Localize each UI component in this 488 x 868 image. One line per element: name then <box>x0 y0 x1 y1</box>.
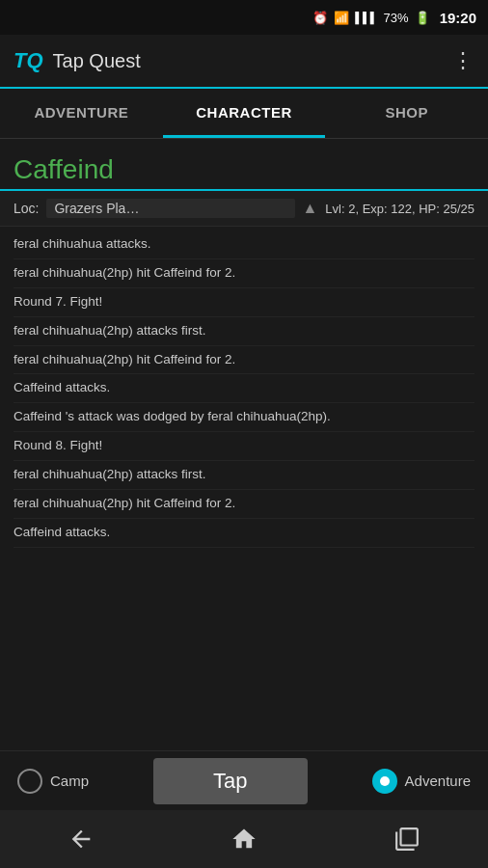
status-icons: ⏰ 📶 ▌▌▌ 73% 🔋 19:20 <box>312 10 476 26</box>
camp-label: Camp <box>50 773 89 789</box>
main-content: Caffeind Loc: Grazers Pla… ▲ Lvl: 2, Exp… <box>0 139 488 555</box>
overflow-menu-icon[interactable]: ⋮ <box>452 48 474 73</box>
log-line: Round 7. Fight! <box>14 288 474 317</box>
log-line: feral chihuahua(2hp) hit Caffeind for 2. <box>14 490 474 519</box>
wifi-icon: 📶 <box>334 11 349 25</box>
location-row: Loc: Grazers Pla… ▲ Lvl: 2, Exp: 122, HP… <box>0 191 488 227</box>
signal-icon: ▌▌▌ <box>355 12 377 23</box>
alarm-icon: ⏰ <box>312 11 328 25</box>
recents-button[interactable] <box>390 822 424 856</box>
status-time: 19:20 <box>440 10 476 26</box>
app-bar: TQ Tap Quest ⋮ <box>0 35 488 89</box>
camp-option[interactable]: Camp <box>17 769 89 794</box>
log-line: feral chihuahua(2hp) attacks first. <box>14 317 474 346</box>
combat-log: feral chihuahua attacks.feral chihuahua(… <box>0 227 488 555</box>
log-line: Caffeind 's attack was dodged by feral c… <box>14 403 474 432</box>
tap-button[interactable]: Tap <box>153 758 308 804</box>
log-line: feral chihuahua(2hp) attacks first. <box>14 461 474 490</box>
log-line: feral chihuahua(2hp) hit Caffeind for 2. <box>14 259 474 288</box>
app-title: Tap Quest <box>53 50 452 72</box>
adventure-option[interactable]: Adventure <box>372 769 471 794</box>
location-label: Loc: <box>14 201 39 216</box>
log-line: feral chihuahua(2hp) hit Caffeind for 2. <box>14 346 474 375</box>
tab-adventure[interactable]: ADVENTURE <box>0 89 163 138</box>
location-name: Grazers Pla… <box>46 199 294 218</box>
camp-radio[interactable] <box>17 769 42 794</box>
adventure-radio[interactable] <box>372 769 397 794</box>
status-bar: ⏰ 📶 ▌▌▌ 73% 🔋 19:20 <box>0 0 488 35</box>
nav-bar <box>0 810 488 868</box>
character-stats: Lvl: 2, Exp: 122, HP: 25/25 <box>325 202 474 216</box>
battery-icon: 🔋 <box>415 11 430 25</box>
radio-inner-dot <box>380 776 390 786</box>
tab-character[interactable]: CHARACTER <box>163 89 326 138</box>
character-name: Caffeind <box>0 149 488 191</box>
app-logo: TQ <box>14 48 43 73</box>
tab-bar: ADVENTURE CHARACTER SHOP <box>0 89 488 139</box>
map-icon: ▲ <box>303 200 318 217</box>
log-line: Caffeind attacks. <box>14 374 474 403</box>
log-line: Round 8. Fight! <box>14 432 474 461</box>
back-button[interactable] <box>64 822 98 856</box>
log-line: feral chihuahua attacks. <box>14 231 474 259</box>
log-line: Caffeind hit feral chihuahua(0hp) for 2,… <box>14 548 474 555</box>
adventure-label: Adventure <box>405 773 471 789</box>
action-bar: Camp Tap Adventure <box>0 750 488 810</box>
tab-shop[interactable]: SHOP <box>325 89 488 138</box>
home-button[interactable] <box>227 822 261 856</box>
battery-percent: 73% <box>384 11 409 25</box>
log-line: Caffeind attacks. <box>14 519 474 548</box>
